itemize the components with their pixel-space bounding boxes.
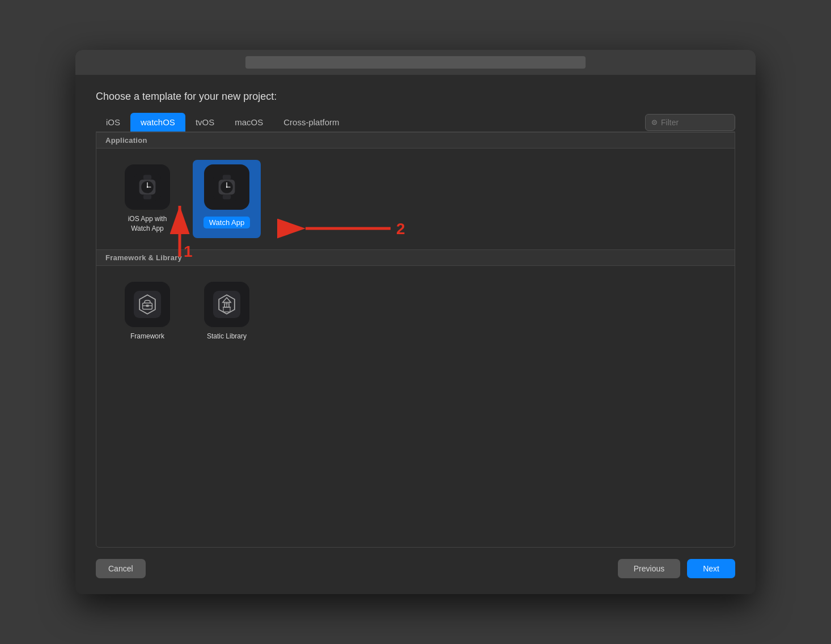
dialog-body: Choose a template for your new project: … (75, 75, 756, 548)
tab-watchos[interactable]: watchOS (130, 113, 185, 132)
svg-rect-9 (223, 175, 231, 179)
tab-tvos[interactable]: tvOS (185, 113, 224, 132)
svg-point-15 (226, 187, 227, 188)
static-library-icon (204, 282, 249, 327)
title-bar-drag-area (245, 56, 586, 69)
bottom-bar: Cancel Previous Next (75, 548, 756, 594)
prompt-label: Choose a template for your new project: (96, 91, 735, 103)
watch-app-label: Watch App (203, 217, 250, 228)
framework-icon (125, 282, 170, 327)
template-framework[interactable]: Framework (113, 277, 181, 346)
svg-rect-2 (143, 194, 151, 199)
ios-app-watch-svg (134, 173, 161, 201)
template-static-library[interactable]: Static Library (193, 277, 261, 346)
tab-macos[interactable]: macOS (224, 113, 273, 132)
svg-rect-10 (223, 194, 231, 199)
panel-wrapper: Application (96, 132, 735, 548)
static-library-label: Static Library (207, 332, 247, 341)
previous-button[interactable]: Previous (618, 559, 680, 578)
tab-cross-platform[interactable]: Cross-platform (273, 113, 349, 132)
watch-app-icon (204, 164, 249, 210)
title-bar (75, 50, 756, 75)
section-header-application: Application (96, 133, 735, 149)
ios-app-watch-label: iOS App with Watch App (118, 214, 177, 234)
filter-icon: ⊜ (651, 118, 658, 126)
svg-rect-1 (143, 175, 151, 179)
next-button[interactable]: Next (687, 559, 735, 578)
tab-bar: iOS watchOS tvOS macOS Cross-platform ⊜ (96, 113, 735, 132)
ios-app-watch-icon (125, 164, 170, 210)
framework-section-content: Framework (96, 266, 735, 357)
section-header-framework: Framework & Library (96, 250, 735, 266)
framework-library-section: Framework & Library (96, 249, 735, 357)
content-panel: Application (96, 132, 735, 548)
framework-svg (134, 291, 161, 318)
application-section-content: iOS App with Watch App (96, 149, 735, 249)
svg-rect-20 (146, 304, 149, 307)
framework-label: Framework (130, 332, 164, 341)
new-project-dialog: Choose a template for your new project: … (75, 50, 756, 594)
svg-point-7 (147, 187, 148, 188)
filter-input[interactable] (661, 118, 729, 127)
template-watch-app[interactable]: Watch App (193, 160, 261, 238)
static-library-svg (213, 291, 240, 318)
tab-ios[interactable]: iOS (96, 113, 130, 132)
watch-app-svg (213, 173, 240, 201)
right-buttons: Previous Next (618, 559, 735, 578)
cancel-button[interactable]: Cancel (96, 559, 146, 578)
template-ios-app-watch[interactable]: iOS App with Watch App (113, 160, 181, 238)
filter-box[interactable]: ⊜ (645, 114, 735, 131)
